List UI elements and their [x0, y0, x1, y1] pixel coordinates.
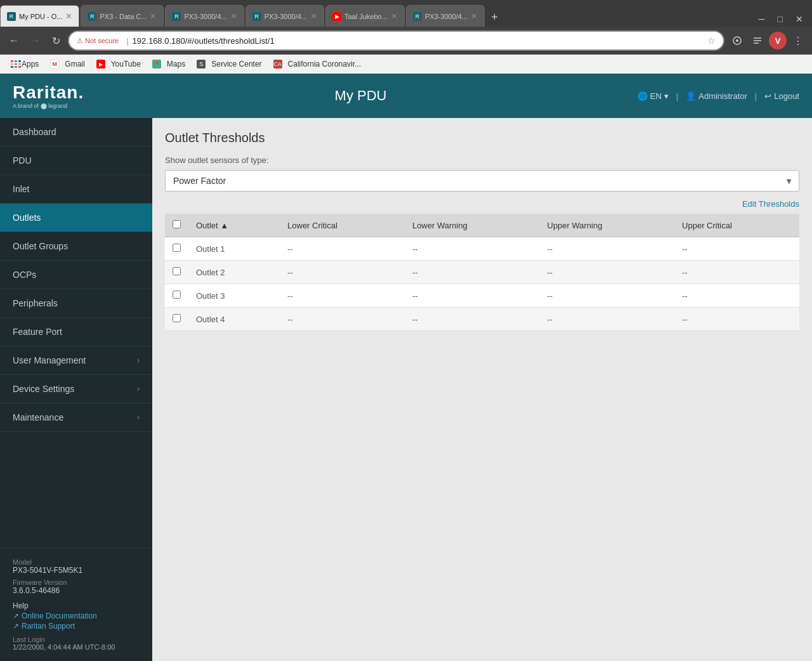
- table-header-row: Outlet ▲ Lower Critical Lower Warning Up…: [165, 214, 799, 237]
- tab-close-px34[interactable]: ✕: [310, 11, 317, 21]
- bookmark-maps[interactable]: 📍 Maps: [147, 58, 190, 70]
- bookmark-youtube[interactable]: ▶ YouTube: [91, 58, 146, 70]
- chevron-right-icon-device-settings: ›: [137, 384, 140, 393]
- tab-px3-data[interactable]: R PX3 - Data C... ✕: [81, 5, 164, 27]
- external-link-icon-docs: ↗: [13, 612, 19, 620]
- raritan-support-link[interactable]: ↗ Raritan Support: [13, 622, 140, 631]
- table-row: Outlet 1 -- -- -- --: [165, 237, 799, 261]
- sidebar-item-pdu[interactable]: PDU: [0, 147, 152, 175]
- tab-youtube[interactable]: ▶ Taal Jukebo... ✕: [325, 5, 405, 27]
- extensions-button[interactable]: [728, 32, 746, 49]
- sidebar-item-ocps[interactable]: OCPs: [0, 261, 152, 289]
- row-lower-warning-2: --: [405, 284, 540, 308]
- security-warning: ⚠ Not secure: [77, 37, 119, 45]
- row-checkbox-cell-1: [165, 261, 188, 284]
- svg-point-1: [736, 39, 738, 42]
- online-doc-link[interactable]: ↗ Online Documentation: [13, 612, 140, 620]
- tab-px3-6[interactable]: R PX3-3000/4... ✕: [406, 5, 485, 27]
- sidebar-item-feature-port[interactable]: Feature Port: [0, 318, 152, 346]
- logout-button[interactable]: ↩ Logout: [764, 91, 799, 101]
- sidebar-footer: Model PX3-5041V-F5M5K1 Firmware Version …: [0, 547, 152, 661]
- sidebar-item-user-management[interactable]: User Management ›: [0, 346, 152, 375]
- youtube-favicon: ▶: [96, 60, 105, 69]
- bookmark-apps[interactable]: Apps: [5, 58, 44, 70]
- row-checkbox-cell-2: [165, 284, 188, 308]
- filter-section: Show outlet sensors of type: Power Facto…: [165, 155, 799, 192]
- user-button[interactable]: 👤 Administrator: [686, 91, 747, 101]
- row-lower-warning-0: --: [405, 237, 540, 261]
- gmail-favicon: M: [50, 60, 59, 69]
- app-header: Raritan. A brand of ⬤ legrand My PDU 🌐 E…: [0, 74, 812, 118]
- model-value: PX3-5041V-F5M5K1: [13, 566, 140, 575]
- user-avatar-button[interactable]: V: [769, 32, 787, 49]
- sensor-type-select[interactable]: Power Factor RMS Current RMS Voltage Act…: [165, 170, 799, 192]
- language-button[interactable]: 🌐 EN ▾: [638, 91, 669, 101]
- tab-close-yt[interactable]: ✕: [391, 11, 398, 21]
- tab-close-px3data[interactable]: ✕: [150, 11, 157, 21]
- sidebar-item-outlet-groups[interactable]: Outlet Groups: [0, 232, 152, 261]
- more-menu-button[interactable]: ⋮: [789, 32, 807, 49]
- table-row: Outlet 3 -- -- -- --: [165, 284, 799, 308]
- sidebar-item-maintenance[interactable]: Maintenance ›: [0, 403, 152, 432]
- select-all-checkbox[interactable]: [173, 220, 181, 228]
- page-title: Outlet Thresholds: [165, 131, 799, 145]
- sidebar-label-feature-port: Feature Port: [13, 327, 62, 337]
- bookmark-youtube-label: YouTube: [111, 60, 141, 69]
- nav-bar: ← → ↻ ⚠ Not secure | 192.168.0.180/#/out…: [0, 27, 812, 55]
- minimize-button[interactable]: ─: [755, 11, 769, 27]
- new-tab-button[interactable]: +: [486, 8, 503, 27]
- tab-mypdu[interactable]: R My PDU - O... ✕: [0, 5, 79, 27]
- tab-close-mypdu[interactable]: ✕: [65, 11, 72, 21]
- col-header-upper-warning: Upper Warning: [540, 214, 675, 237]
- row-checkbox-0[interactable]: [173, 244, 181, 252]
- sidebar-item-outlets[interactable]: Outlets: [0, 204, 152, 232]
- bookmark-service-center[interactable]: S Service Center: [192, 58, 266, 70]
- col-header-lower-critical: Lower Critical: [280, 214, 405, 237]
- forward-button[interactable]: →: [27, 32, 44, 49]
- col-header-outlet[interactable]: Outlet ▲: [188, 214, 280, 237]
- sidebar-label-inlet: Inlet: [13, 184, 29, 194]
- sidebar-item-peripherals[interactable]: Peripherals: [0, 289, 152, 318]
- bookmark-corona[interactable]: CA California Coronavir...: [268, 58, 366, 70]
- row-outlet-2: Outlet 3: [188, 284, 280, 308]
- last-login-value: 1/22/2000, 4:04:44 AM UTC-8:00: [13, 643, 140, 651]
- online-doc-label: Online Documentation: [22, 612, 97, 620]
- tab-px3-4[interactable]: R PX3-3000/4... ✕: [246, 5, 324, 27]
- tab-search-button[interactable]: [749, 32, 766, 49]
- tab-px3-3[interactable]: R PX3-3000/4... ✕: [165, 5, 244, 27]
- sidebar-label-peripherals: Peripherals: [13, 298, 58, 308]
- main-layout: Dashboard PDU Inlet Outlets Outlet Group…: [0, 118, 812, 661]
- sidebar-nav: Dashboard PDU Inlet Outlets Outlet Group…: [0, 118, 152, 547]
- edit-thresholds-button[interactable]: Edit Thresholds: [742, 199, 799, 209]
- firmware-label: Firmware Version: [13, 579, 140, 586]
- address-bar[interactable]: ⚠ Not secure | 192.168.0.180/#/outlets/t…: [68, 30, 724, 51]
- tab-favicon-px34: R: [252, 12, 261, 21]
- warning-triangle-icon: ⚠: [77, 37, 83, 45]
- row-checkbox-3[interactable]: [173, 314, 181, 322]
- close-window-button[interactable]: ✕: [792, 11, 807, 27]
- back-button[interactable]: ←: [5, 32, 23, 49]
- sidebar-label-outlet-groups: Outlet Groups: [13, 241, 68, 251]
- url-text: 192.168.0.180/#/outlets/thresholdList/1: [133, 36, 707, 46]
- row-checkbox-2[interactable]: [173, 291, 181, 299]
- row-upper-warning-2: --: [540, 284, 675, 308]
- tab-title-px34: PX3-3000/4...: [265, 13, 307, 20]
- sidebar-item-device-settings[interactable]: Device Settings ›: [0, 375, 152, 403]
- bookmark-corona-label: California Coronavir...: [288, 60, 361, 69]
- row-checkbox-1[interactable]: [173, 267, 181, 275]
- reload-button[interactable]: ↻: [48, 32, 64, 49]
- bookmark-star-button[interactable]: ☆: [707, 36, 716, 46]
- tab-title-px3data: PX3 - Data C...: [100, 13, 147, 20]
- tab-favicon-px36: R: [413, 12, 422, 21]
- tab-title-px33: PX3-3000/4...: [184, 13, 226, 20]
- tab-close-px36[interactable]: ✕: [471, 11, 478, 21]
- row-checkbox-cell-0: [165, 237, 188, 261]
- maximize-button[interactable]: □: [774, 11, 787, 27]
- row-outlet-0: Outlet 1: [188, 237, 280, 261]
- sidebar-item-inlet[interactable]: Inlet: [0, 175, 152, 204]
- bookmark-gmail[interactable]: M Gmail: [45, 58, 89, 70]
- sidebar-item-dashboard[interactable]: Dashboard: [0, 118, 152, 147]
- sidebar-label-dashboard: Dashboard: [13, 127, 56, 137]
- tab-close-px33[interactable]: ✕: [230, 11, 237, 21]
- row-upper-warning-0: --: [540, 237, 675, 261]
